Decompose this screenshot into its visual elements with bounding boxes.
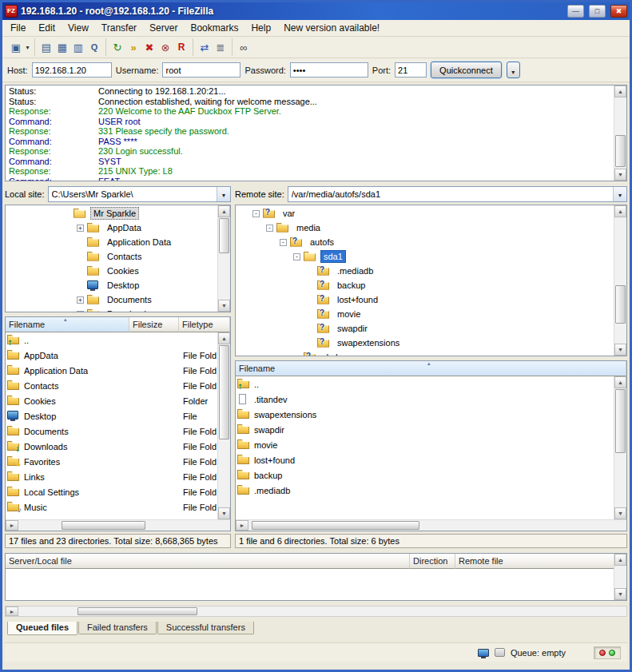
tree-item[interactable]: Contacts [6, 249, 217, 264]
expander-icon[interactable] [77, 253, 84, 260]
username-input[interactable] [162, 62, 240, 78]
tree-item[interactable]: .mediadb [236, 264, 613, 278]
file-row[interactable]: backup [237, 467, 613, 483]
scroll-up-icon[interactable] [614, 376, 626, 388]
expander-icon[interactable] [63, 210, 70, 217]
column-header[interactable]: Filesize [129, 317, 179, 332]
local-list-scrollbar[interactable] [217, 332, 230, 519]
file-row[interactable]: .titandev [237, 392, 613, 407]
scroll-right-icon[interactable] [6, 606, 18, 616]
tray-activity-icon[interactable] [495, 648, 505, 657]
disconnect-icon[interactable]: ⊗ [157, 39, 173, 55]
close-button[interactable]: ✖ [610, 5, 627, 18]
menu-item[interactable]: New version available! [277, 21, 386, 35]
tree-item[interactable]: swapdir [236, 321, 613, 336]
scroll-up-icon[interactable] [614, 554, 626, 566]
scroll-up-icon[interactable] [614, 85, 626, 97]
scroll-right-icon[interactable] [6, 520, 18, 531]
local-tree[interactable]: Mr Sparkle + AppData [5, 205, 231, 312]
tree-item[interactable]: + Documents [6, 292, 217, 307]
menu-item[interactable]: Edit [32, 21, 62, 35]
file-row[interactable]: .mediadb [237, 483, 613, 498]
expander-icon[interactable] [293, 354, 300, 356]
menu-item[interactable]: Transfer [95, 21, 143, 35]
column-header[interactable]: Direction [410, 554, 455, 569]
tree-item[interactable]: - var [236, 206, 613, 221]
file-row[interactable]: Local Settings File Folder [7, 484, 217, 499]
queue-scrollbar[interactable] [614, 554, 626, 600]
menu-item[interactable]: View [62, 21, 95, 35]
expander-icon[interactable]: + [77, 311, 84, 312]
tree-item[interactable]: - sda1 [236, 249, 613, 264]
scroll-thumb[interactable] [615, 389, 626, 453]
queue-hscrollbar[interactable] [5, 606, 627, 617]
scroll-down-icon[interactable] [614, 169, 626, 181]
file-row[interactable]: movie [237, 437, 613, 452]
column-header[interactable]: Filename [6, 317, 129, 332]
menu-item[interactable]: Bookmarks [184, 21, 244, 35]
scroll-down-icon[interactable] [218, 300, 230, 312]
queue-tab[interactable]: Queued files [7, 622, 78, 635]
scroll-up-icon[interactable] [614, 205, 626, 217]
maximize-button[interactable]: □ [589, 5, 606, 18]
file-row[interactable]: .. [7, 332, 217, 348]
expander-icon[interactable]: - [293, 253, 300, 260]
minimize-button[interactable]: — [567, 5, 584, 18]
expander-icon[interactable]: + [77, 225, 84, 232]
scroll-thumb[interactable] [219, 345, 229, 439]
host-input[interactable] [32, 62, 112, 78]
synchronized-browsing-icon[interactable]: ⇄ [197, 39, 213, 55]
remote-tree[interactable]: - var - media - [235, 205, 627, 356]
file-row[interactable]: Links File Folder [7, 469, 217, 484]
toggle-local-tree-icon[interactable]: ▦ [54, 39, 70, 55]
quickconnect-button[interactable]: Quickconnect [431, 62, 502, 78]
tree-item[interactable]: Application Data [6, 235, 217, 249]
site-manager-icon[interactable]: ▣ [8, 39, 24, 55]
expander-icon[interactable]: - [280, 239, 287, 246]
scroll-up-icon[interactable] [218, 332, 230, 344]
title-bar[interactable]: FZ 192.168.1.20 - root@192.168.1.20 - Fi… [2, 2, 630, 20]
column-header[interactable]: Filename [236, 361, 626, 376]
combo-dropdown-button[interactable] [613, 187, 626, 201]
scroll-thumb[interactable] [615, 135, 626, 167]
expander-icon[interactable]: - [266, 225, 273, 232]
scroll-down-icon[interactable] [614, 588, 626, 600]
expander-icon[interactable] [77, 282, 84, 289]
scroll-right-icon[interactable] [236, 520, 248, 531]
remote-list-hscrollbar[interactable] [236, 519, 626, 531]
quickconnect-dropdown-button[interactable] [507, 62, 520, 78]
tray-monitor-icon[interactable] [478, 649, 489, 657]
file-row[interactable]: Music File Folder [7, 499, 217, 515]
combo-dropdown-button[interactable] [217, 187, 230, 201]
tree-item[interactable]: Mr Sparkle [6, 206, 217, 221]
expander-icon[interactable] [307, 268, 314, 275]
cancel-icon[interactable]: ✖ [141, 39, 157, 55]
file-row[interactable]: swapextensions [237, 407, 613, 422]
tree-item[interactable]: - autofs [236, 235, 613, 249]
expander-icon[interactable] [77, 268, 84, 275]
tree-item[interactable]: + Downloads [6, 307, 217, 312]
queue-tab[interactable]: Failed transfers [78, 622, 157, 634]
menu-item[interactable]: Help [244, 21, 277, 35]
remote-site-combo[interactable]: /var/media/autofs/sda1 [288, 186, 627, 202]
transfer-queue[interactable]: Server/Local fileDirectionRemote file [5, 553, 627, 601]
file-row[interactable]: Cookies Folder [7, 393, 217, 408]
directory-comparison-icon[interactable]: ≣ [213, 39, 229, 55]
expander-icon[interactable] [307, 340, 314, 347]
remote-file-list[interactable]: Filename .. .titandev [235, 360, 627, 531]
file-row[interactable]: Downloads File Folder [7, 439, 217, 454]
toggle-queue-icon[interactable]: Q [86, 39, 102, 55]
expander-icon[interactable]: + [77, 296, 84, 304]
scroll-thumb[interactable] [62, 521, 145, 530]
local-tree-scrollbar[interactable] [217, 205, 230, 312]
scroll-down-icon[interactable] [218, 507, 230, 519]
refresh-icon[interactable]: ↻ [109, 39, 125, 55]
file-row[interactable]: AppData File Folder [7, 348, 217, 363]
column-header[interactable]: Server/Local file [6, 554, 410, 569]
local-site-combo[interactable]: C:\Users\Mr Sparkle\ [48, 186, 231, 202]
expander-icon[interactable]: - [252, 210, 260, 217]
scroll-thumb[interactable] [78, 607, 197, 615]
toggle-remote-tree-icon[interactable]: ▥ [70, 39, 86, 55]
tree-item[interactable]: movie [236, 307, 613, 321]
column-header[interactable]: Remote file [455, 554, 626, 569]
